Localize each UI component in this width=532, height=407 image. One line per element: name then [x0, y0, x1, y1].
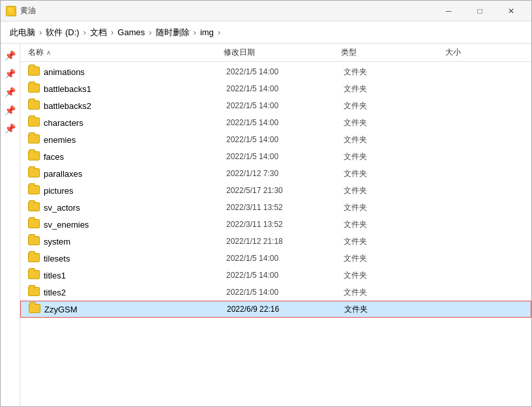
folder-icon-6 — [28, 168, 40, 179]
file-row[interactable]: battlebacks1 2022/1/5 14:00 文件夹 — [20, 80, 531, 97]
file-list: animations 2022/1/5 14:00 文件夹 battleback… — [20, 62, 531, 406]
file-date-1: 2022/1/5 14:00 — [226, 84, 344, 93]
sep5: › — [192, 27, 198, 37]
breadcrumb-drive[interactable]: 软件 (D:) — [43, 25, 81, 40]
file-date-0: 2022/1/5 14:00 — [226, 67, 344, 76]
sidebar: 📌 📌 📌 📌 📌 — [1, 44, 20, 406]
file-date-13: 2022/1/5 14:00 — [226, 288, 344, 297]
file-date-6: 2022/1/12 7:30 — [226, 169, 344, 178]
col-name-header[interactable]: 名称 ∧ — [28, 47, 224, 58]
folder-icon-4 — [28, 134, 40, 145]
main-area: 名称 ∧ 修改日期 类型 大小 animations 2022/1/5 14:0… — [20, 44, 531, 406]
folder-icon-10 — [28, 236, 40, 247]
breadcrumb-computer[interactable]: 此电脑 — [7, 25, 38, 40]
breadcrumb-docs[interactable]: 文档 — [87, 25, 110, 40]
file-name-13: titles2 — [44, 288, 226, 297]
file-name-4: enemies — [44, 135, 226, 145]
file-date-9: 2022/3/11 13:52 — [226, 220, 344, 229]
file-date-5: 2022/1/5 14:00 — [226, 152, 344, 161]
file-row[interactable]: system 2022/1/12 21:18 文件夹 — [20, 233, 531, 250]
file-row[interactable]: ZzyGSM 2022/6/9 22:16 文件夹 — [20, 301, 531, 318]
file-type-12: 文件夹 — [344, 270, 448, 281]
title-controls: ─ □ ✕ — [434, 1, 526, 21]
file-type-8: 文件夹 — [344, 202, 448, 213]
col-size-header[interactable]: 大小 — [445, 47, 461, 58]
file-name-12: titles1 — [44, 271, 226, 280]
folder-icon-1 — [28, 83, 40, 94]
sep2: › — [82, 27, 87, 37]
maximize-button[interactable]: □ — [465, 1, 495, 21]
title-bar: 🟡 黄油 ─ □ ✕ — [1, 1, 531, 22]
pin-1[interactable]: 📌 — [4, 49, 17, 62]
folder-icon-3 — [28, 117, 40, 128]
breadcrumb-bar: 此电脑 › 软件 (D:) › 文档 › Games › 随时删除 › img … — [1, 22, 531, 44]
app-icon: 🟡 — [6, 6, 16, 16]
column-headers: 名称 ∧ 修改日期 类型 大小 — [20, 44, 531, 62]
file-type-0: 文件夹 — [344, 67, 448, 78]
col-date-header[interactable]: 修改日期 — [224, 47, 341, 58]
pin-4[interactable]: 📌 — [4, 104, 17, 117]
file-row[interactable]: tilesets 2022/1/5 14:00 文件夹 — [20, 250, 531, 267]
minimize-button[interactable]: ─ — [434, 1, 464, 21]
file-date-4: 2022/1/5 14:00 — [226, 135, 344, 144]
file-type-14: 文件夹 — [344, 304, 449, 315]
sep4: › — [147, 27, 153, 37]
folder-icon-11 — [28, 253, 40, 264]
file-name-14: ZzyGSM — [44, 305, 227, 314]
folder-icon-14 — [29, 304, 40, 314]
file-type-9: 文件夹 — [344, 219, 448, 230]
window-title: 黄油 — [20, 5, 36, 16]
file-name-5: faces — [44, 152, 226, 162]
file-type-2: 文件夹 — [344, 100, 448, 112]
file-name-3: characters — [44, 118, 226, 128]
file-row[interactable]: animations 2022/1/5 14:00 文件夹 — [20, 63, 531, 80]
pin-2[interactable]: 📌 — [4, 67, 17, 80]
explorer-window: 🟡 黄油 ─ □ ✕ 此电脑 › 软件 (D:) › 文档 › Games › … — [0, 0, 532, 407]
file-type-5: 文件夹 — [344, 151, 448, 162]
file-row[interactable]: parallaxes 2022/1/12 7:30 文件夹 — [20, 165, 531, 182]
folder-icon-12 — [28, 270, 40, 280]
file-name-0: animations — [44, 67, 226, 77]
sep6: › — [216, 27, 222, 37]
file-name-9: sv_enemies — [44, 220, 226, 230]
pin-5[interactable]: 📌 — [4, 122, 17, 135]
file-date-12: 2022/1/5 14:00 — [226, 271, 344, 280]
file-type-13: 文件夹 — [344, 287, 448, 298]
title-bar-left: 🟡 黄油 — [6, 5, 36, 16]
folder-icon-8 — [28, 202, 40, 213]
sep1: › — [38, 27, 43, 37]
folder-icon-7 — [28, 185, 40, 196]
file-type-6: 文件夹 — [344, 168, 448, 179]
content-area: 📌 📌 📌 📌 📌 名称 ∧ 修改日期 类型 大小 ani — [1, 44, 531, 406]
file-row[interactable]: sv_enemies 2022/3/11 13:52 文件夹 — [20, 216, 531, 233]
file-type-7: 文件夹 — [344, 185, 448, 196]
file-row[interactable]: faces 2022/1/5 14:00 文件夹 — [20, 148, 531, 165]
file-row[interactable]: pictures 2022/5/17 21:30 文件夹 — [20, 182, 531, 199]
file-row[interactable]: titles1 2022/1/5 14:00 文件夹 — [20, 267, 531, 284]
sort-arrow: ∧ — [46, 49, 51, 56]
file-type-11: 文件夹 — [344, 253, 448, 264]
breadcrumb-games[interactable]: Games — [115, 26, 147, 38]
file-row[interactable]: battlebacks2 2022/1/5 14:00 文件夹 — [20, 97, 531, 114]
file-type-1: 文件夹 — [344, 83, 448, 95]
folder-icon-2 — [28, 100, 40, 111]
file-row[interactable]: sv_actors 2022/3/11 13:52 文件夹 — [20, 199, 531, 216]
file-row[interactable]: titles2 2022/1/5 14:00 文件夹 — [20, 284, 531, 301]
file-name-7: pictures — [44, 186, 226, 196]
file-row[interactable]: enemies 2022/1/5 14:00 文件夹 — [20, 131, 531, 148]
file-date-14: 2022/6/9 22:16 — [227, 305, 344, 314]
file-date-2: 2022/1/5 14:00 — [226, 101, 344, 110]
pin-3[interactable]: 📌 — [4, 85, 17, 98]
col-type-header[interactable]: 类型 — [341, 47, 445, 58]
folder-icon-5 — [28, 151, 40, 162]
file-name-2: battlebacks2 — [44, 101, 226, 111]
file-date-8: 2022/3/11 13:52 — [226, 203, 344, 212]
file-date-7: 2022/5/17 21:30 — [226, 186, 344, 195]
breadcrumb-img[interactable]: img — [198, 26, 216, 38]
file-name-6: parallaxes — [44, 169, 226, 179]
close-button[interactable]: ✕ — [496, 1, 526, 21]
file-type-10: 文件夹 — [344, 236, 448, 247]
folder-icon-13 — [28, 287, 40, 297]
breadcrumb-randel[interactable]: 随时删除 — [153, 25, 192, 40]
file-row[interactable]: characters 2022/1/5 14:00 文件夹 — [20, 114, 531, 131]
